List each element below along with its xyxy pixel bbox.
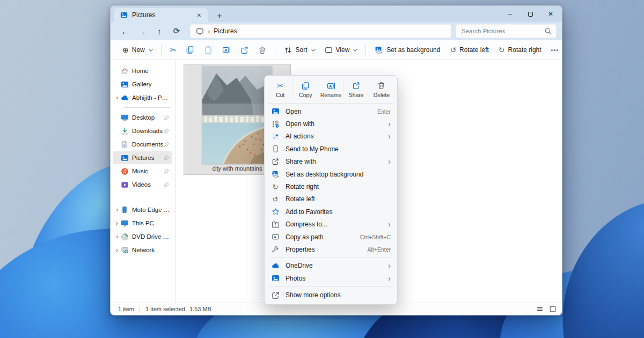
sidebar-item-desktop[interactable]: Desktop: [113, 111, 172, 124]
rename-button[interactable]: [218, 42, 235, 57]
sidebar-item-downloads[interactable]: Downloads: [113, 124, 172, 137]
menu-item-properties[interactable]: Properties Alt+Enter: [267, 243, 395, 255]
menu-item-show-more-options[interactable]: Show more options: [267, 288, 395, 302]
documents-icon: [120, 140, 129, 149]
maximize-button[interactable]: [520, 6, 540, 21]
toolbar-divider: [365, 45, 366, 55]
menu-item-compress-to[interactable]: Compress to... ›: [267, 218, 395, 231]
menu-item-rotate-right[interactable]: ↻ Rotate right: [267, 180, 395, 193]
menu-item-send-to-phone[interactable]: Send to My Phone: [267, 143, 395, 155]
menu-item-onedrive[interactable]: OneDrive ›: [267, 260, 395, 272]
toolbar-divider: [161, 45, 162, 55]
cut-quick-button[interactable]: ✂ Cut: [268, 79, 292, 99]
thumbnail-view-toggle-icon[interactable]: [549, 305, 557, 313]
sidebar-item-gallery[interactable]: Gallery: [113, 78, 172, 91]
menu-item-share-with[interactable]: Share with ›: [267, 156, 395, 168]
pin-icon: [164, 168, 170, 174]
pin-icon: [164, 182, 170, 188]
delete-button[interactable]: [254, 42, 270, 57]
menu-item-set-as-desktop-background[interactable]: Set as desktop background: [267, 168, 395, 180]
menu-item-add-to-favorites[interactable]: Add to Favorites: [267, 205, 395, 218]
close-button[interactable]: ✕: [540, 6, 561, 21]
tab-pictures[interactable]: Pictures ✕: [114, 8, 208, 22]
address-bar[interactable]: › Pictures: [190, 24, 451, 38]
menu-item-ai-actions[interactable]: AI actions ›: [267, 130, 395, 143]
sidebar-item-pictures[interactable]: Pictures: [113, 151, 172, 164]
menu-item-open-with[interactable]: Open with ›: [267, 117, 395, 130]
new-tab-button[interactable]: +: [213, 9, 226, 22]
more-options-button[interactable]: •••: [547, 42, 562, 57]
menu-item-copy-as-path[interactable]: Copy as path Ctrl+Shift+C: [267, 231, 395, 243]
tab-close-icon[interactable]: ✕: [194, 10, 204, 20]
submenu-chevron-icon: ›: [388, 158, 391, 165]
paste-icon: [204, 46, 213, 54]
sort-button[interactable]: Sort: [280, 42, 319, 57]
sidebar-item-moto-edge[interactable]: › Moto Edge 50 Neo: [113, 203, 172, 216]
view-button[interactable]: View: [320, 42, 362, 57]
new-button[interactable]: ⊕ New: [118, 42, 157, 57]
rotate-right-icon: ↻: [499, 46, 505, 54]
sidebar-item-music[interactable]: Music: [113, 165, 172, 178]
chevron-right-icon[interactable]: ›: [114, 94, 120, 101]
share-icon: [271, 157, 280, 166]
item-count: 1 item: [118, 306, 134, 312]
cut-icon: ✂: [170, 46, 177, 54]
chevron-right-icon[interactable]: ›: [114, 206, 120, 214]
copy-button[interactable]: [181, 42, 199, 57]
share-button[interactable]: [236, 42, 253, 57]
pin-icon: [164, 128, 170, 134]
search-input[interactable]: [462, 28, 544, 34]
wrench-icon: [271, 245, 280, 254]
details-view-toggle-icon[interactable]: [536, 305, 544, 313]
set-as-background-button[interactable]: Set as background: [370, 42, 444, 57]
cut-button[interactable]: ✂: [166, 42, 181, 57]
menu-item-rotate-left[interactable]: ↺ Rotate left: [267, 193, 395, 205]
copy-path-icon: [271, 233, 280, 241]
gallery-icon: [120, 80, 129, 89]
refresh-button[interactable]: ⟳: [169, 24, 185, 39]
sidebar-item-documents[interactable]: Documents: [113, 138, 172, 151]
sidebar-item-network[interactable]: › Network: [113, 244, 172, 256]
rotate-left-button[interactable]: ↺ Rotate left: [445, 42, 493, 57]
breadcrumb[interactable]: Pictures: [214, 27, 237, 35]
menu-separator: [268, 103, 394, 104]
chevron-right-icon[interactable]: ›: [114, 246, 120, 254]
forward-button[interactable]: →: [134, 24, 150, 39]
menu-separator: [268, 258, 394, 258]
pictures-tab-icon: [120, 11, 128, 19]
cut-icon: ✂: [277, 81, 284, 90]
search-box[interactable]: [456, 24, 557, 38]
up-button[interactable]: ↑: [151, 24, 167, 39]
sidebar-item-home[interactable]: Home: [113, 64, 172, 77]
view-button-label: View: [336, 46, 350, 54]
rotate-left-label: Rotate left: [459, 46, 489, 54]
file-name-label: city with mountains: [213, 165, 262, 172]
paste-button[interactable]: [200, 42, 217, 57]
rotate-right-button[interactable]: ↻ Rotate right: [494, 42, 546, 57]
downloads-icon: [120, 127, 129, 135]
search-icon: [544, 27, 552, 35]
desktop: Pictures ✕ + – ✕ ← → ↑ ⟳ › Pictures: [0, 0, 644, 338]
submenu-chevron-icon: ›: [388, 133, 391, 140]
tab-title: Pictures: [132, 11, 155, 19]
chevron-right-icon[interactable]: ›: [114, 219, 120, 227]
sidebar-item-this-pc[interactable]: › This PC: [113, 217, 172, 230]
rename-quick-button[interactable]: Rename: [318, 79, 343, 99]
sidebar-item-dvd-drive[interactable]: › DVD Drive (D:) CCC: [113, 230, 172, 243]
minimize-button[interactable]: –: [500, 6, 520, 21]
copy-quick-button[interactable]: Copy: [292, 79, 318, 99]
menu-item-open[interactable]: Open Enter: [267, 105, 395, 117]
share-quick-button[interactable]: Share: [343, 79, 369, 99]
sidebar-item-videos[interactable]: Videos: [113, 178, 172, 191]
back-button[interactable]: ←: [117, 24, 133, 39]
photos-icon: [271, 274, 280, 283]
chevron-right-icon[interactable]: ›: [114, 233, 120, 240]
menu-item-photos[interactable]: Photos ›: [267, 272, 395, 284]
context-menu: ✂ Cut Copy Rename Share Delete O: [264, 75, 398, 305]
delete-quick-button[interactable]: Delete: [369, 79, 394, 99]
sidebar-item-onedrive-personal[interactable]: › Abhijith - Personal: [113, 91, 172, 104]
phone-outline-icon: [271, 145, 280, 153]
rename-icon: [222, 46, 231, 54]
pin-icon: [164, 155, 170, 161]
new-button-label: New: [132, 46, 145, 54]
